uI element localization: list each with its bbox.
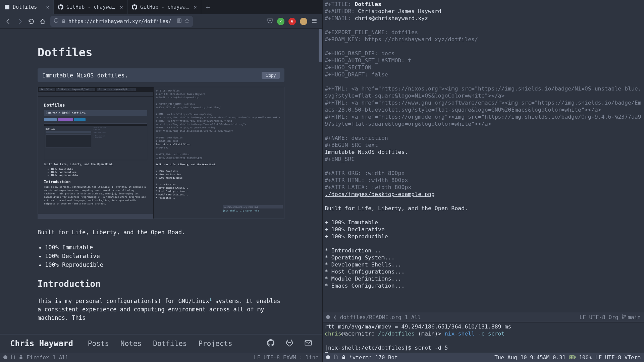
svg-rect-13 bbox=[575, 357, 576, 358]
bookmark-icon[interactable] bbox=[184, 18, 190, 24]
nav-dotfiles[interactable]: Dotfiles bbox=[153, 340, 187, 348]
git-branch: main bbox=[628, 314, 641, 320]
position: 170 Bot bbox=[375, 354, 397, 361]
back-icon: ❮ bbox=[333, 314, 337, 320]
svg-point-11 bbox=[625, 315, 626, 316]
org-editor[interactable]: #+TITLE: Dotfiles #+AUTHOR: Christopher … bbox=[323, 0, 644, 312]
clock: Tue Aug 10 9:45AM 0.31 bbox=[494, 354, 566, 361]
pocket-icon[interactable] bbox=[267, 18, 273, 25]
encoding: LF UTF-8 bbox=[580, 314, 605, 320]
firefox-modeline: Firefox 1 All LF UTF-8 EXWM : line bbox=[0, 353, 322, 362]
close-icon[interactable]: × bbox=[194, 4, 197, 10]
reader-icon[interactable] bbox=[177, 18, 182, 24]
battery-pct: 100% bbox=[579, 354, 592, 361]
heading-introduction: Introduction bbox=[38, 279, 284, 289]
extension-icon[interactable]: ✓ bbox=[277, 18, 284, 25]
svg-rect-8 bbox=[305, 341, 311, 345]
org-heading[interactable]: * Operating System... bbox=[325, 254, 395, 261]
major-mode: VTerm bbox=[625, 354, 641, 361]
browser-tab-2[interactable]: GitHub - chayward1/dotf × bbox=[54, 0, 127, 14]
screenshot-image: Dotfiles Github - chayward1/dot... Githu… bbox=[38, 87, 284, 219]
nav-projects[interactable]: Projects bbox=[198, 340, 232, 348]
org-modeline: ❮ dotfiles/README.org 1 All LF UTF-8 Org… bbox=[323, 312, 644, 322]
back-button[interactable] bbox=[5, 18, 12, 25]
shield-icon bbox=[54, 18, 59, 24]
lock-icon bbox=[61, 19, 66, 24]
encoding: LF UTF-8 bbox=[254, 354, 280, 361]
page-content: Dotfiles Immutable NixOS dotfiles. Copy … bbox=[0, 29, 322, 334]
status-icon bbox=[326, 355, 330, 359]
site-nav: Chris Hayward Posts Notes Dotfiles Proje… bbox=[0, 334, 322, 353]
reload-button[interactable] bbox=[28, 18, 35, 25]
gitlab-icon[interactable] bbox=[286, 339, 293, 348]
list-item: 100% Immutable bbox=[45, 243, 284, 252]
page-icon bbox=[4, 4, 10, 10]
list-item: 100% Reproducible bbox=[45, 260, 284, 269]
position: 1 All bbox=[405, 314, 421, 320]
close-icon[interactable]: × bbox=[46, 4, 49, 10]
org-heading[interactable]: * Introduction... bbox=[325, 247, 381, 254]
org-heading[interactable]: * Module Definitions... bbox=[325, 276, 401, 282]
file-icon bbox=[11, 354, 15, 361]
nav-posts[interactable]: Posts bbox=[88, 340, 109, 348]
github-icon[interactable] bbox=[267, 339, 274, 348]
browser-tab-1[interactable]: Dotfiles × bbox=[0, 0, 54, 14]
org-heading[interactable]: * Development Shells... bbox=[325, 261, 401, 268]
lock-icon bbox=[341, 354, 346, 361]
github-icon bbox=[131, 4, 138, 10]
ublock-icon[interactable]: u bbox=[288, 18, 296, 25]
buffer-name: Firefox bbox=[26, 354, 49, 361]
buffer-name: *vterm* bbox=[349, 354, 372, 361]
new-tab-button[interactable]: + bbox=[201, 3, 215, 11]
tab-title: Dotfiles bbox=[13, 4, 43, 10]
forward-button[interactable] bbox=[16, 18, 23, 25]
feature-list: 100% Immutable 100% Declarative 100% Rep… bbox=[45, 243, 284, 269]
site-logo[interactable]: Chris Hayward bbox=[10, 339, 73, 348]
position: 1 All bbox=[52, 354, 68, 361]
extension-icon[interactable] bbox=[300, 18, 307, 25]
code-text: Immutable NixOS dotfiles. bbox=[42, 72, 128, 79]
scrollbar[interactable] bbox=[319, 29, 322, 62]
image-link[interactable]: ./docs/images/desktop-example.png bbox=[325, 191, 435, 197]
svg-point-10 bbox=[622, 317, 624, 319]
encoding: LF UTF-8 bbox=[595, 354, 621, 361]
list-item: 100% Declarative bbox=[45, 252, 284, 260]
home-button[interactable] bbox=[39, 18, 46, 25]
footnote-link[interactable]: 1 bbox=[209, 297, 212, 302]
battery-icon bbox=[569, 354, 576, 361]
tab-title: GitHub - chayward1/dotf bbox=[140, 4, 191, 10]
vterm-modeline: *vterm* 170 Bot Tue Aug 10 9:45AM 0.31 1… bbox=[323, 353, 644, 362]
major-mode: Org bbox=[609, 314, 619, 320]
browser-tab-3[interactable]: GitHub - chayward1/dotf × bbox=[127, 0, 201, 14]
lock-icon bbox=[19, 354, 23, 361]
close-icon[interactable]: × bbox=[120, 4, 123, 10]
github-icon bbox=[58, 4, 64, 10]
tab-title: GitHub - chayward1/dotf bbox=[66, 4, 117, 10]
svg-rect-0 bbox=[5, 5, 9, 9]
terminal[interactable]: rtt min/avg/max/mdev = 49.294/186.651/36… bbox=[323, 322, 644, 353]
status-icon bbox=[326, 315, 330, 319]
code-block: Immutable NixOS dotfiles. Copy bbox=[38, 68, 284, 82]
buffer-name: dotfiles/README.org bbox=[340, 314, 401, 320]
body-text: Built for Life, Liberty, and the Open Ro… bbox=[38, 228, 284, 237]
org-heading[interactable]: * Emacs Configuration... bbox=[325, 283, 405, 289]
major-mode: EXWM : line bbox=[283, 354, 319, 361]
org-heading[interactable]: * Host Configurations... bbox=[325, 268, 405, 275]
ping-output: rtt min/avg/max/mdev = 49.294/186.651/36… bbox=[325, 323, 511, 330]
browser-toolbar: https://chrishayward.xyz/dotfiles/ ✓ u bbox=[0, 14, 322, 29]
email-icon[interactable] bbox=[305, 339, 312, 348]
svg-point-9 bbox=[622, 314, 624, 316]
branch-icon bbox=[622, 314, 626, 320]
browser-tab-strip: Dotfiles × GitHub - chayward1/dotf × Git… bbox=[0, 0, 322, 14]
intro-paragraph: This is my personal configuration(s) for… bbox=[38, 296, 284, 322]
page-title: Dotfiles bbox=[38, 46, 284, 59]
nav-notes[interactable]: Notes bbox=[120, 340, 142, 348]
file-icon bbox=[333, 354, 338, 361]
status-icon bbox=[3, 355, 7, 359]
url-bar[interactable]: https://chrishayward.xyz/dotfiles/ bbox=[50, 16, 193, 27]
menu-icon[interactable] bbox=[311, 18, 317, 25]
url-text: https://chrishayward.xyz/dotfiles/ bbox=[68, 18, 171, 24]
copy-button[interactable]: Copy bbox=[262, 72, 280, 79]
